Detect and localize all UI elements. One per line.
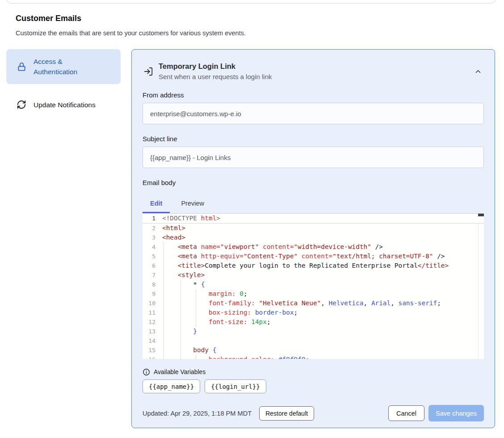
- line-number: 12: [143, 317, 162, 327]
- line-number: 2: [143, 223, 162, 233]
- previous-card-bottom-edge: [6, 0, 496, 4]
- save-changes-button[interactable]: Save changes: [428, 405, 484, 421]
- editor-scrollbar-thumb[interactable]: [478, 214, 484, 216]
- subject-line-label: Subject line: [143, 135, 484, 143]
- code-editor[interactable]: 1<!DOCTYPE html>2<html>3<head>4 <meta na…: [143, 213, 484, 359]
- from-address-input[interactable]: [143, 103, 484, 124]
- collapse-button[interactable]: [472, 66, 484, 77]
- code-line[interactable]: 15 body {: [143, 345, 484, 355]
- card-subtitle: Sent when a user requests a login link: [159, 73, 472, 80]
- code-line[interactable]: 13 }: [143, 327, 484, 336]
- code-line[interactable]: 8 * {: [143, 280, 484, 289]
- line-number: 16: [143, 355, 162, 359]
- card-title: Temporary Login Link: [159, 61, 472, 71]
- card-footer: Updated: Apr 29, 2025, 1:18 PM MDT Resto…: [143, 405, 484, 421]
- indent-guide: [164, 242, 164, 359]
- code-line[interactable]: 2<html>: [143, 223, 484, 233]
- refresh-icon: [16, 99, 27, 110]
- subject-line-input[interactable]: [143, 147, 484, 168]
- available-variables-label: Available Variables: [154, 369, 206, 375]
- line-number: 1: [143, 214, 162, 223]
- code-line[interactable]: 4 <meta name="viewport" content="width=d…: [143, 242, 484, 252]
- page-subtitle: Customize the emails that are sent to yo…: [16, 29, 246, 37]
- tab-preview[interactable]: Preview: [173, 195, 212, 213]
- code-line[interactable]: 9 margin: 0;: [143, 289, 484, 299]
- updated-timestamp: Updated: Apr 29, 2025, 1:18 PM MDT: [143, 410, 252, 417]
- code-line[interactable]: 11 box-sizing: border-box;: [143, 308, 484, 317]
- code-line[interactable]: 16 background-color: #f9f9f9;: [143, 355, 484, 359]
- email-body-tabs: Edit Preview: [143, 195, 484, 213]
- restore-default-button[interactable]: Restore default: [259, 406, 314, 421]
- tab-edit[interactable]: Edit: [143, 195, 170, 213]
- sidebar-item-label: Update Notifications: [34, 100, 105, 110]
- code-line[interactable]: 14: [143, 336, 484, 345]
- email-types-sidebar: Access & Authentication Update Notificat…: [6, 49, 121, 114]
- sidebar-item-access-authentication[interactable]: Access & Authentication: [6, 49, 121, 84]
- line-number: 9: [143, 289, 162, 299]
- line-number: 11: [143, 308, 162, 317]
- sidebar-item-label: Access & Authentication: [34, 56, 105, 77]
- available-variables-row: Available Variables: [143, 368, 484, 376]
- variable-chip-app-name[interactable]: {{app_name}}: [143, 379, 200, 393]
- cancel-button[interactable]: Cancel: [388, 405, 424, 421]
- log-in-icon: [143, 67, 153, 76]
- from-address-label: From address: [143, 91, 484, 99]
- code-line[interactable]: 6 <title>Complete your login to the Repl…: [143, 261, 484, 270]
- line-number: 4: [143, 242, 162, 252]
- line-number: 7: [143, 270, 162, 280]
- code-line[interactable]: 7 <style>: [143, 270, 484, 280]
- line-number: 6: [143, 261, 162, 270]
- variable-chips: {{app_name}} {{login_url}}: [143, 379, 484, 393]
- card-header: Temporary Login Link Sent when a user re…: [143, 61, 484, 80]
- customer-emails-page: Customer Emails Customize the emails tha…: [0, 0, 504, 438]
- code-line[interactable]: 3<head>: [143, 233, 484, 242]
- variable-chip-login-url[interactable]: {{login_url}}: [205, 379, 266, 393]
- line-number: 8: [143, 280, 162, 289]
- page-title: Customer Emails: [16, 14, 81, 23]
- lock-icon: [16, 61, 27, 72]
- indent-guide: [196, 289, 196, 327]
- chevron-up-icon: [474, 67, 482, 76]
- code-line[interactable]: 1<!DOCTYPE html>: [143, 214, 484, 223]
- indent-guide: [196, 355, 196, 359]
- line-number: 10: [143, 299, 162, 308]
- line-number: 3: [143, 233, 162, 242]
- code-line[interactable]: 5 <meta http-equiv="Content-Type" conten…: [143, 252, 484, 261]
- line-number: 14: [143, 336, 162, 345]
- line-number: 15: [143, 345, 162, 355]
- temporary-login-link-card: Temporary Login Link Sent when a user re…: [131, 49, 495, 428]
- info-icon: [143, 368, 150, 376]
- line-number: 5: [143, 252, 162, 261]
- code-editor-lines: 1<!DOCTYPE html>2<html>3<head>4 <meta na…: [143, 214, 484, 359]
- code-line[interactable]: 10 font-family: "Helvetica Neue", Helvet…: [143, 299, 484, 308]
- editor-scrollbar-track[interactable]: [478, 223, 484, 359]
- indent-guide: [181, 280, 181, 359]
- line-number: 13: [143, 327, 162, 336]
- sidebar-item-update-notifications[interactable]: Update Notifications: [6, 95, 121, 114]
- email-body-label: Email body: [143, 179, 484, 186]
- code-line[interactable]: 12 font-size: 14px;: [143, 317, 484, 327]
